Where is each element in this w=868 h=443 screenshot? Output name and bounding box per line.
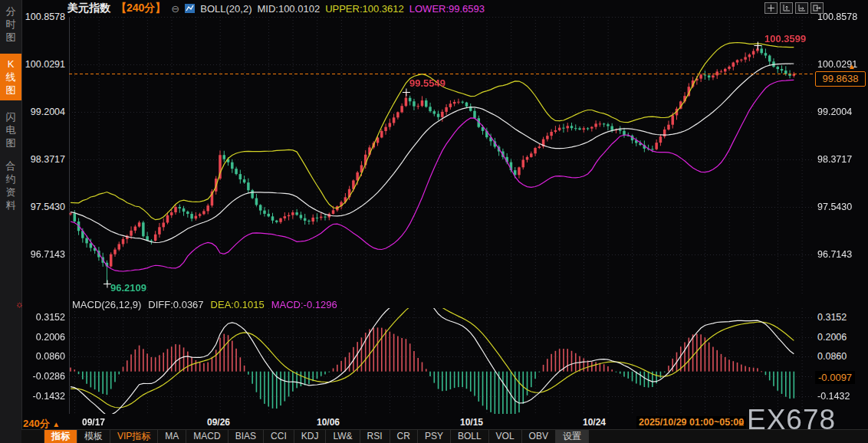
- y-axis-label: 97.5430: [817, 202, 866, 212]
- indicator-toolbar: 指标 模板 VIP指标 MA MACD BIAS CCI KDJ LW& RSI…: [21, 429, 868, 443]
- macd-settings-icon[interactable]: ☼: [15, 299, 24, 310]
- toolbar-kdj-button[interactable]: KDJ: [294, 430, 327, 443]
- macd-dea-value: DEA:0.1015: [211, 299, 265, 310]
- x-axis-date: 10/15: [450, 417, 493, 428]
- sidebar-item-label: 闪电图: [5, 110, 17, 149]
- y-axis-label: 0.2006: [18, 332, 65, 343]
- period-arrow-icon: ▲: [52, 420, 60, 428]
- toolbar-cr-button[interactable]: CR: [390, 430, 418, 443]
- sidebar-item-label: 分时图: [5, 5, 17, 44]
- y-axis-label: 98.3717: [18, 154, 65, 165]
- y-axis-label: 0.3152: [18, 312, 65, 323]
- toolbar-vol-button[interactable]: VOL: [489, 430, 522, 443]
- sidebar-item-lightning-chart[interactable]: 闪电图: [0, 110, 21, 149]
- boll-upper-value: UPPER:100.3612: [325, 3, 404, 15]
- calendar-menu-icon[interactable]: ≡: [738, 418, 745, 429]
- x-axis-date: 09/17: [72, 417, 115, 428]
- zoom-y-axis-icon[interactable]: [780, 2, 793, 14]
- sidebar: 分时图 K线图 闪电图 合约资料: [0, 0, 22, 443]
- toolbar-settings-button[interactable]: 设置: [556, 430, 589, 443]
- top-high-annotation: 100.3599: [764, 33, 806, 44]
- macd-header: MACD(26,12,9) DIFF:0.0367 DEA:0.1015 MAC…: [72, 299, 337, 310]
- current-bar-range: 2025/10/29 01:00~05:00: [636, 416, 746, 428]
- toolbar-bias-button[interactable]: BIAS: [229, 430, 264, 443]
- toolbar-ma-button[interactable]: MA: [158, 430, 186, 443]
- toolbar-indicator-button[interactable]: 指标: [44, 430, 77, 443]
- symbol-name: 美元指数: [67, 2, 110, 15]
- y-axis-label: -0.0286: [18, 371, 65, 382]
- kline-app: { "header": { "symbol": "美元指数", "period"…: [0, 0, 868, 443]
- x-axis-date: 09/26: [197, 417, 240, 428]
- macd-diff-value: DIFF:0.0367: [148, 299, 203, 310]
- toolbar-boll-button[interactable]: BOLL: [451, 430, 489, 443]
- boll-mid-value: MID:100.0102: [257, 3, 320, 15]
- y-axis-label: 0.2006: [817, 332, 866, 343]
- y-axis-label: 100.0291: [817, 59, 866, 70]
- sidebar-item-label: 合约资料: [5, 159, 17, 212]
- toolbar-cci-button[interactable]: CCI: [264, 430, 294, 443]
- boll-name: BOLL(20,2): [200, 3, 252, 15]
- kline-chart-canvas[interactable]: [67, 15, 816, 415]
- chart-controls: [764, 2, 824, 14]
- sidebar-item-kline-chart[interactable]: K线图: [0, 54, 21, 100]
- current-period-label: 240分: [23, 418, 50, 429]
- y-axis-label: 99.2004: [817, 107, 866, 117]
- toolbar-macd-button[interactable]: MACD: [186, 430, 228, 443]
- crosshair-icon[interactable]: [764, 2, 778, 14]
- chart-header: 美元指数 【240分】 ⊖ BOLL(20,2) MID:100.0102 UP…: [67, 2, 485, 15]
- y-axis-label: 99.2004: [18, 107, 65, 117]
- x-axis-date: 10/06: [307, 417, 350, 428]
- x-axis-date: 10/24: [573, 417, 616, 428]
- toolbar-psy-button[interactable]: PSY: [418, 430, 451, 443]
- y-axis-label: 100.8578: [817, 11, 866, 22]
- y-axis-label: 100.0291: [18, 59, 65, 70]
- last-macd-tag: -0.0097: [815, 371, 855, 384]
- sidebar-item-time-chart[interactable]: 分时图: [0, 5, 21, 44]
- toolbar-rsi-button[interactable]: RSI: [360, 430, 390, 443]
- y-axis-label: 0.0860: [817, 351, 866, 362]
- y-axis-label: 0.3152: [817, 312, 866, 323]
- mid-high-annotation: 99.5549: [409, 77, 446, 89]
- toolbar-obv-button[interactable]: OBV: [522, 430, 556, 443]
- pan-right-icon[interactable]: [810, 2, 824, 14]
- indicator-chart-icon: [185, 4, 195, 13]
- last-price-tag: 99.8638: [815, 71, 866, 87]
- toolbar-spacer: [21, 430, 44, 443]
- toolbar-lw-button[interactable]: LW&: [326, 430, 360, 443]
- y-axis-label: 98.3717: [817, 154, 866, 165]
- y-axis-label: 96.7143: [817, 249, 866, 260]
- price-up-arrow-icon: ▲: [848, 62, 856, 71]
- y-axis-label: -0.1432: [817, 391, 866, 402]
- toolbar-template-button[interactable]: 模板: [77, 430, 110, 443]
- zoom-x-axis-icon[interactable]: [795, 2, 808, 14]
- macd-hist-value: MACD:-0.1296: [271, 299, 337, 310]
- y-axis-label: 96.7143: [18, 249, 65, 260]
- macd-name: MACD(26,12,9): [72, 299, 141, 310]
- y-axis-label: 97.5430: [18, 202, 65, 212]
- sidebar-item-label: K线图: [5, 57, 17, 97]
- toolbar-vip-button[interactable]: VIP指标: [110, 430, 158, 443]
- sidebar-item-contract-info[interactable]: 合约资料: [0, 159, 21, 212]
- y-axis-label: 0.0860: [18, 351, 65, 362]
- period-label: 【240分】: [116, 2, 166, 15]
- boll-lower-value: LOWER:99.6593: [409, 3, 485, 15]
- collapse-icon[interactable]: ⊖: [171, 3, 179, 15]
- low-price-annotation: 96.2109: [110, 282, 146, 294]
- y-axis-label: -0.1432: [18, 391, 65, 402]
- y-axis-label: 100.8578: [18, 11, 65, 22]
